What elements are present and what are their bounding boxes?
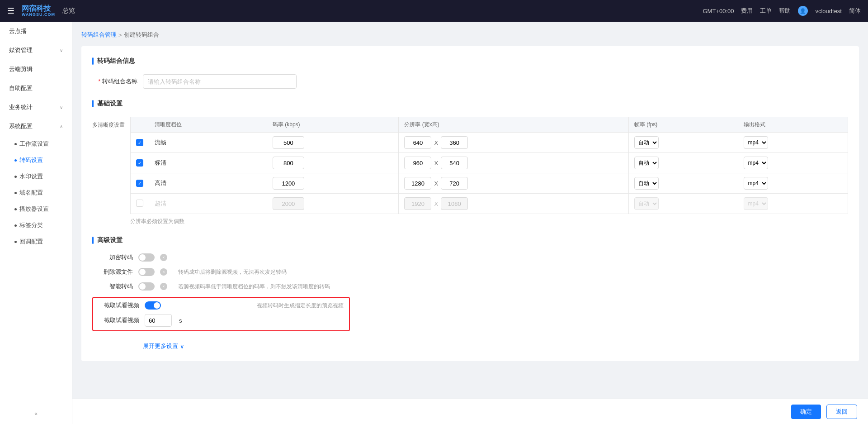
checkbox-3[interactable] bbox=[136, 180, 143, 187]
back-button[interactable]: 返回 bbox=[826, 405, 857, 419]
th-resolution: 分辨率 (宽x高) bbox=[399, 117, 629, 133]
width-input-3[interactable] bbox=[404, 177, 431, 190]
height-input-2[interactable] bbox=[441, 157, 468, 169]
format-select-2[interactable]: mp4flvts bbox=[744, 157, 768, 169]
fps-select-1[interactable]: 自动243060 bbox=[634, 136, 659, 149]
encrypt-close-icon[interactable]: × bbox=[160, 254, 167, 261]
width-input-2[interactable] bbox=[404, 157, 431, 169]
workorder-link[interactable]: 工单 bbox=[760, 7, 772, 15]
toggle-knob-preview bbox=[154, 302, 160, 309]
th-bitrate: 码率 (kbps) bbox=[267, 117, 399, 133]
advanced-title: 高级设置 bbox=[97, 236, 123, 244]
cost-link[interactable]: 费用 bbox=[741, 7, 753, 15]
breadcrumb-parent[interactable]: 转码组合管理 bbox=[81, 31, 117, 39]
sidebar-item-media[interactable]: 媒资管理 ∨ bbox=[0, 41, 72, 60]
sidebar-sub-domain[interactable]: 域名配置 bbox=[0, 185, 72, 201]
expand-link[interactable]: 展开更多设置 ∨ bbox=[143, 342, 184, 350]
checkbox-1[interactable] bbox=[136, 139, 143, 146]
section-group-info: 转码组合信息 bbox=[92, 57, 848, 65]
resolution-cell-1: X bbox=[399, 133, 629, 153]
delete-source-label: 删除源文件 bbox=[92, 268, 133, 276]
x-sep-3: X bbox=[432, 180, 440, 187]
smart-close-icon[interactable]: × bbox=[160, 283, 167, 290]
sidebar-item-business-stats[interactable]: 业务统计 ∨ bbox=[0, 98, 72, 117]
width-input-1[interactable] bbox=[404, 136, 431, 149]
sidebar-item-self-config[interactable]: 自助配置 bbox=[0, 79, 72, 98]
sidebar-sub-callback[interactable]: 回调配置 bbox=[0, 233, 72, 250]
check-cell-1[interactable] bbox=[131, 133, 149, 153]
simplify-btn[interactable]: 简体 bbox=[849, 7, 861, 15]
preview-duration-label: 截取试看视频 bbox=[99, 316, 139, 324]
fps-cell-4: 自动 bbox=[629, 194, 738, 214]
format-select-3[interactable]: mp4flvts bbox=[744, 177, 768, 190]
preview-highlight-box: 截取试看视频 视频转码时生成指定长度的预览视频 截取试看视频 s bbox=[92, 297, 350, 331]
toggle-knob-3 bbox=[139, 283, 146, 290]
sidebar-sub-player[interactable]: 播放器设置 bbox=[0, 201, 72, 217]
fps-cell-1: 自动243060 bbox=[629, 133, 738, 153]
checkbox-2[interactable] bbox=[136, 159, 143, 167]
encrypt-toggle[interactable] bbox=[138, 253, 155, 262]
user-avatar[interactable]: 👤 bbox=[798, 6, 808, 16]
check-cell-2[interactable] bbox=[131, 153, 149, 173]
help-link[interactable]: 帮助 bbox=[779, 7, 791, 15]
basic-settings-title: 基础设置 bbox=[97, 100, 123, 108]
nav-title[interactable]: 总览 bbox=[62, 7, 75, 15]
logo-sub: WANGSU.COM bbox=[22, 13, 55, 17]
encrypt-label: 加密转码 bbox=[92, 253, 133, 262]
preview-clip-label: 截取试看视频 bbox=[99, 301, 139, 310]
group-info-title: 转码组合信息 bbox=[97, 57, 135, 65]
check-cell-3[interactable] bbox=[131, 173, 149, 194]
sidebar-item-cloud-edit[interactable]: 云端剪辑 bbox=[0, 60, 72, 79]
dot-icon bbox=[14, 143, 17, 145]
footer: 确定 返回 bbox=[72, 399, 868, 424]
sidebar-item-system-config[interactable]: 系统配置 ∧ bbox=[0, 117, 72, 136]
dot-icon-callback bbox=[14, 241, 17, 243]
bitrate-input-4 bbox=[273, 197, 304, 210]
breadcrumb-sep: > bbox=[118, 32, 122, 38]
bitrate-cell-2 bbox=[267, 153, 399, 173]
logo-name: 网宿科技 bbox=[22, 5, 55, 13]
name-input[interactable] bbox=[143, 74, 297, 89]
sidebar-sub-watermark[interactable]: 水印设置 bbox=[0, 168, 72, 185]
name-label: 转码组合名称 bbox=[92, 77, 137, 86]
bitrate-input-2[interactable] bbox=[273, 157, 304, 169]
sidebar-collapse-btn[interactable]: « bbox=[0, 410, 72, 417]
topnav-right: GMT+00:00 费用 工单 帮助 👤 vcloudtest 简体 bbox=[703, 6, 861, 16]
sidebar-sub-workflow[interactable]: 工作流设置 bbox=[0, 136, 72, 152]
main-content: 转码组合管理 > 创建转码组合 转码组合信息 转码组合名称 基础设置 多清晰度设… bbox=[72, 22, 868, 424]
th-check bbox=[131, 117, 149, 133]
delete-close-icon[interactable]: × bbox=[160, 268, 167, 276]
clarity-table: 清晰度档位 码率 (kbps) 分辨率 (宽x高) 帧率 (fps) 输出格式 bbox=[130, 117, 848, 214]
bitrate-input-1[interactable] bbox=[273, 136, 304, 149]
preview-duration-input[interactable] bbox=[145, 314, 172, 327]
bitrate-cell-4 bbox=[267, 194, 399, 214]
fps-select-2[interactable]: 自动243060 bbox=[634, 157, 659, 169]
fps-select-3[interactable]: 自动243060 bbox=[634, 177, 659, 190]
bitrate-cell-3 bbox=[267, 173, 399, 194]
menu-icon[interactable]: ☰ bbox=[7, 6, 14, 16]
preview-toggle[interactable] bbox=[145, 301, 161, 310]
smart-toggle[interactable] bbox=[138, 282, 155, 291]
sidebar-item-cloud-vod[interactable]: 云点播 bbox=[0, 22, 72, 41]
check-cell-4[interactable] bbox=[131, 194, 149, 214]
logo: 网宿科技 WANGSU.COM bbox=[22, 5, 55, 17]
cloud-edit-label: 云端剪辑 bbox=[9, 65, 33, 73]
delete-source-toggle[interactable] bbox=[138, 268, 155, 276]
bitrate-input-3[interactable] bbox=[273, 177, 304, 190]
sidebar-sub-tags[interactable]: 标签分类 bbox=[0, 217, 72, 233]
self-config-label: 自助配置 bbox=[9, 84, 33, 92]
height-input-1[interactable] bbox=[441, 136, 468, 149]
checkbox-4[interactable] bbox=[136, 200, 143, 207]
preview-duration-row: 截取试看视频 s bbox=[99, 314, 344, 327]
dot-icon-wm bbox=[14, 176, 17, 178]
format-cell-4: mp4 bbox=[738, 194, 848, 214]
height-input-3[interactable] bbox=[441, 177, 468, 190]
dot-icon-tags bbox=[14, 224, 17, 227]
cloud-vod-label: 云点播 bbox=[9, 27, 27, 35]
sidebar-sub-transcode[interactable]: 转码设置 bbox=[0, 152, 72, 168]
resolution-cell-4: X bbox=[399, 194, 629, 214]
confirm-button[interactable]: 确定 bbox=[791, 405, 821, 419]
username-label[interactable]: vcloudtest bbox=[815, 8, 842, 14]
width-input-4 bbox=[404, 197, 431, 210]
format-select-1[interactable]: mp4flvts bbox=[744, 136, 768, 149]
